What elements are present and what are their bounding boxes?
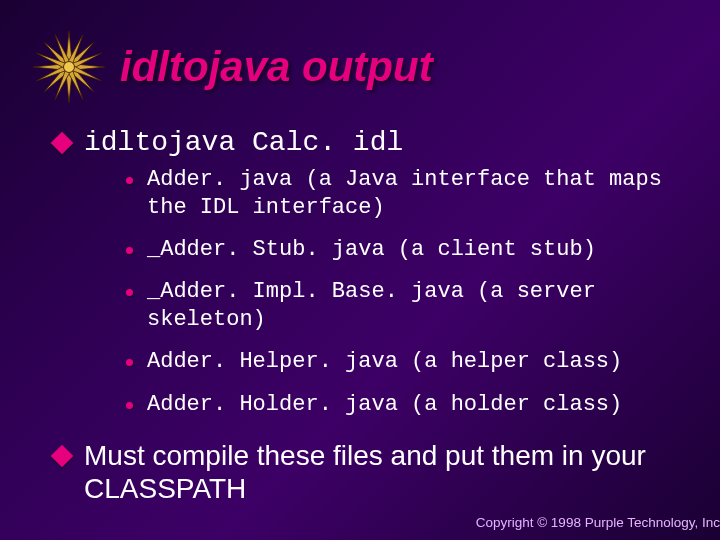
title-row: idltojava output: [0, 0, 720, 106]
file-item-1: _Adder. Stub. java (a client stub): [147, 236, 596, 264]
slide-title: idltojava output: [120, 43, 433, 91]
closing-prefix: Must: [84, 440, 145, 471]
bullet-command: idltojava Calc. idl: [54, 126, 690, 160]
closing-text: Must compile these files and put them in…: [84, 439, 690, 506]
command-text: idltojava Calc. idl: [84, 126, 403, 160]
diamond-bullet-icon: [51, 444, 74, 467]
list-item: _Adder. Stub. java (a client stub): [126, 236, 680, 264]
list-item: Adder. Holder. java (a holder class): [126, 391, 680, 419]
diamond-bullet-icon: [51, 132, 74, 155]
list-item: _Adder. Impl. Base. java (a server skele…: [126, 278, 680, 334]
dot-bullet-icon: [126, 402, 133, 409]
closing-rest: compile these files and put them in your…: [84, 440, 646, 505]
dot-bullet-icon: [126, 359, 133, 366]
dot-bullet-icon: [126, 289, 133, 296]
dot-bullet-icon: [126, 247, 133, 254]
bullet-closing: Must compile these files and put them in…: [54, 439, 690, 506]
content-area: idltojava Calc. idl Adder. java (a Java …: [0, 106, 720, 419]
file-item-0: Adder. java (a Java interface that maps …: [147, 166, 680, 222]
file-list: Adder. java (a Java interface that maps …: [54, 166, 690, 419]
copyright-text: Copyright © 1998 Purple Technology, Inc: [476, 515, 720, 530]
slide: idltojava output idltojava Calc. idl Add…: [0, 0, 720, 540]
list-item: Adder. java (a Java interface that maps …: [126, 166, 680, 222]
list-item: Adder. Helper. java (a helper class): [126, 348, 680, 376]
closing-bullet: Must compile these files and put them in…: [0, 433, 720, 506]
svg-point-16: [64, 62, 75, 73]
dot-bullet-icon: [126, 177, 133, 184]
file-item-3: Adder. Helper. java (a helper class): [147, 348, 622, 376]
file-item-4: Adder. Holder. java (a holder class): [147, 391, 622, 419]
file-item-2: _Adder. Impl. Base. java (a server skele…: [147, 278, 680, 334]
starburst-icon: [30, 28, 108, 106]
